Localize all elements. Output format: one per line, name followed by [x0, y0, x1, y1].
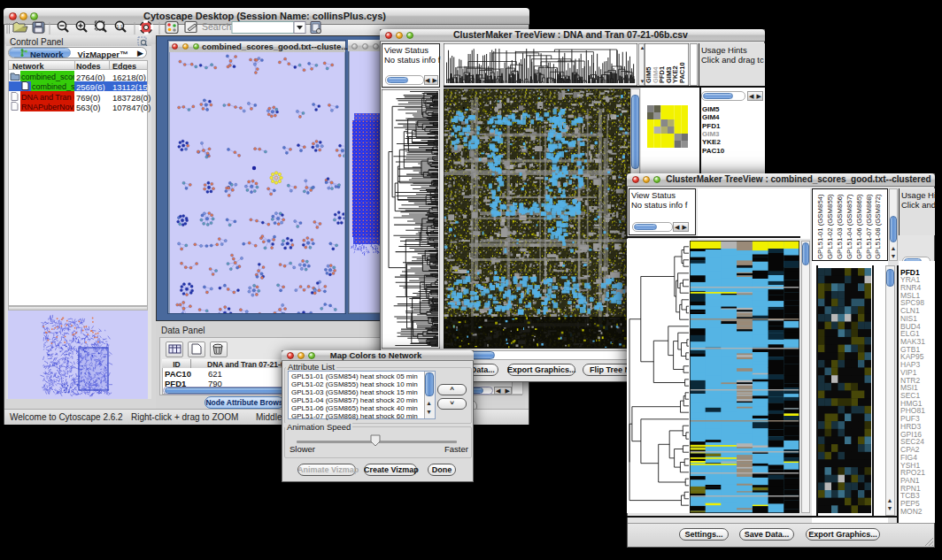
- svg-text:1:1: 1:1: [117, 24, 123, 29]
- svg-text:GPL51-03 (GSM856): GPL51-03 (GSM856): [836, 194, 844, 259]
- svg-text:GPL51-04 (GSM857): GPL51-04 (GSM857): [845, 194, 853, 259]
- svg-text:GPL51-08 (GSM872): GPL51-08 (GSM872): [874, 194, 882, 259]
- svg-text:GPL51-02 (GSM855): GPL51-02 (GSM855): [826, 194, 834, 259]
- svg-text:GPL51-07 (GSM868): GPL51-07 (GSM868): [865, 194, 873, 259]
- svg-text:PAC10: PAC10: [678, 62, 686, 83]
- svg-text:Search:: Search:: [202, 21, 234, 32]
- svg-text:GPL51-01 (GSM854): GPL51-01 (GSM854): [816, 194, 824, 259]
- svg-text:GPL51-06 (GSM865): GPL51-06 (GSM865): [855, 194, 863, 259]
